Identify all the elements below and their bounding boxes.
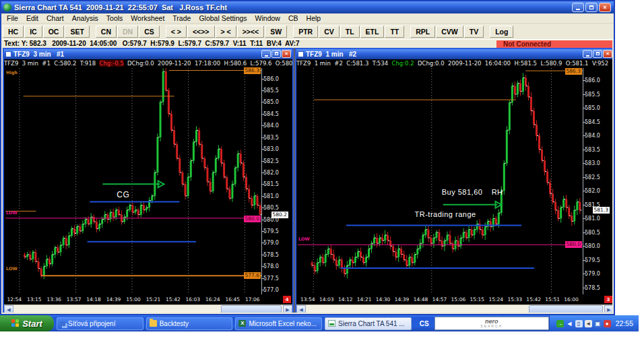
toolbar-button-cn[interactable]: CN <box>96 26 117 38</box>
nero-search-box[interactable]: nero SEARCH <box>434 317 549 330</box>
candle-body <box>317 263 319 271</box>
price-tick-label: 583.0 <box>585 160 600 166</box>
time-tick-label: 13:57 <box>67 296 82 302</box>
task-button-network[interactable]: Síťová připojení <box>57 317 143 330</box>
chart-restore-button[interactable] <box>593 50 602 58</box>
scroll-left-arrow[interactable]: ◀ <box>4 305 13 313</box>
volume-icon[interactable]: ◄ <box>585 320 592 327</box>
close-button[interactable]: × <box>599 3 611 12</box>
security-icon[interactable]: ● <box>604 320 611 327</box>
toolbar-button-[interactable]: < > <box>166 26 187 38</box>
toolbar-group: RPLCVWTV <box>410 26 484 38</box>
menu-global-settings[interactable]: Global Settings <box>195 14 251 22</box>
close-dot <box>28 254 29 255</box>
candle-body <box>408 257 410 265</box>
menu-file[interactable]: File <box>3 14 22 22</box>
time-axis[interactable]: 13:5414:0314:1214:2114:3014:3914:4814:57… <box>298 294 583 305</box>
restore-button[interactable] <box>585 3 598 12</box>
language-indicator[interactable]: CS <box>414 315 434 331</box>
title-bar[interactable]: Sierra Chart TA 541 2009-11-21 22:55:07 … <box>1 1 614 13</box>
chart-restore-button[interactable] <box>271 50 281 58</box>
time-axis[interactable]: 12:5413:1513:3613:5714:1814:3915:0015:21… <box>5 294 261 305</box>
toolbar-button-tt[interactable]: TT <box>385 26 404 38</box>
price-axis[interactable]: 577.0577.5578.0578.5579.0579.5580.0580.5… <box>261 68 292 294</box>
task-button-folder[interactable]: Backtesty <box>146 317 233 330</box>
close-dot <box>483 234 484 235</box>
close-dot <box>418 249 419 249</box>
candle-body <box>104 215 106 220</box>
close-dot <box>545 171 546 172</box>
scroll-right-arrow[interactable]: ▶ <box>283 305 292 313</box>
scrollbar-thumb[interactable] <box>529 305 603 313</box>
toolbar-button-oc[interactable]: OC <box>43 26 65 38</box>
task-button-excel[interactable]: XMicrosoft Excel neko... <box>235 317 322 330</box>
toolbar-button-[interactable]: > < <box>216 26 236 38</box>
toolbar-button-[interactable]: <<>> <box>187 26 215 38</box>
orange-price-box: 586.3 <box>244 67 261 74</box>
menu-analysis[interactable]: Analysis <box>68 14 102 22</box>
candle-body <box>54 247 56 254</box>
minimize-button[interactable] <box>572 3 584 12</box>
toolbar-button-cs[interactable]: CS <box>139 26 160 38</box>
toolbar-button-rpl[interactable]: RPL <box>410 26 435 38</box>
menu-help[interactable]: Help <box>302 14 325 22</box>
horizontal-scrollbar[interactable]: ◀ ▶ <box>4 305 292 313</box>
menu-chart[interactable]: Chart <box>42 14 68 22</box>
hide-icons-chevron[interactable]: ◀ <box>566 320 573 327</box>
close-dot <box>572 221 573 222</box>
close-dot <box>488 221 490 222</box>
toolbar-button-hc[interactable]: HC <box>3 26 24 38</box>
menu-worksheet[interactable]: Worksheet <box>127 14 168 22</box>
chart-close-button[interactable]: × <box>603 50 612 58</box>
candle-body <box>538 135 540 149</box>
price-plot[interactable]: Buy 581,60RHTR-trading rangeLOW <box>298 68 583 294</box>
scrollbar-thumb[interactable] <box>221 305 282 313</box>
low-marker-label: LOW <box>298 236 310 242</box>
toolbar-button-sw[interactable]: SW <box>265 26 287 38</box>
close-dot <box>216 158 218 159</box>
close-dot <box>55 247 57 248</box>
candle-body <box>143 205 145 210</box>
toolbar-button-set[interactable]: SET <box>65 26 89 38</box>
chart-area[interactable]: TFZ9 1 min #2 C:581.3 T:534 Chg:0.2 DChg… <box>296 59 612 305</box>
candle-body <box>395 251 397 257</box>
chart-minimize-button[interactable] <box>583 50 592 58</box>
nero-scout-icon[interactable]: → <box>556 320 564 327</box>
toolbar-button-log[interactable]: Log <box>490 26 513 38</box>
toolbar-button-ptr[interactable]: PTR <box>293 26 318 38</box>
start-button[interactable]: Start <box>0 315 54 331</box>
menu-edit[interactable]: Edit <box>22 14 42 22</box>
scroll-left-arrow[interactable]: ◀ <box>296 305 306 313</box>
close-dot <box>111 212 112 213</box>
menu-trade[interactable]: Trade <box>168 14 195 22</box>
display-icon[interactable]: ▯ <box>575 320 583 327</box>
chart-title-bar[interactable]: TFZ9 3 min #1 × <box>4 49 292 59</box>
chart-minimize-button[interactable] <box>261 50 271 58</box>
toolbar-button-cvw[interactable]: CVW <box>436 26 463 38</box>
toolbar-group: PTRCVTLETLTT <box>293 26 405 38</box>
toolbar-button-tv[interactable]: TV <box>464 26 484 38</box>
toolbar-button-etl[interactable]: ETL <box>360 26 385 38</box>
candle-body <box>341 260 343 268</box>
menu-cb[interactable]: CB <box>284 14 302 22</box>
chart-area[interactable]: TFZ9 3 min #1 C:580.2 T:918 Chg:-0.5 DCh… <box>4 59 292 305</box>
toolbar-button-ic[interactable]: IC <box>24 26 42 38</box>
candle-body <box>384 235 386 241</box>
price-axis[interactable]: 578.5579.0579.5580.0580.5581.0581.5582.0… <box>583 68 612 294</box>
toolbar-button-tl[interactable]: TL <box>340 26 360 38</box>
menu-window[interactable]: Window <box>251 14 284 22</box>
network-icon[interactable]: ▣ <box>594 320 602 327</box>
chart-close-button[interactable]: × <box>282 50 291 58</box>
horizontal-scrollbar[interactable]: ◀ ▶ <box>296 305 612 313</box>
close-dot <box>428 238 430 238</box>
price-plot[interactable]: CGHighLOWLOW <box>5 68 261 294</box>
toolbar-button-dn[interactable]: DN <box>117 26 138 38</box>
toolbar-button-cv[interactable]: CV <box>319 26 340 38</box>
scroll-right-arrow[interactable]: ▶ <box>604 305 612 313</box>
menu-tools[interactable]: Tools <box>102 14 127 22</box>
close-dot <box>366 257 368 257</box>
toolbar-button-[interactable]: >><< <box>237 26 265 38</box>
chart-title-bar[interactable]: TFZ9 1 min #2 × <box>296 49 612 59</box>
close-dot <box>194 141 195 142</box>
task-button-sierra[interactable]: Sierra Chart TA 541 ... <box>325 317 412 330</box>
